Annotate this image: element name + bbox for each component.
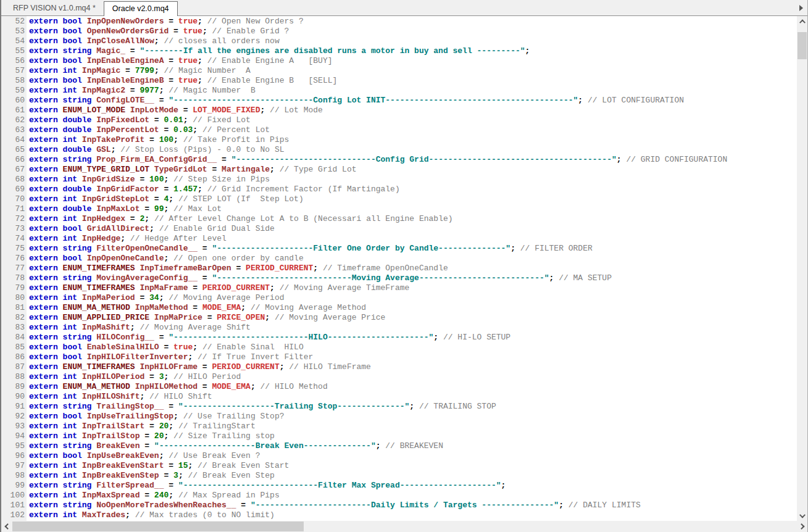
scroll-up-button[interactable] — [797, 16, 807, 27]
line-number: 60 — [1, 96, 27, 106]
code-text: extern int InpBreakEvenStep = 3; // Brea… — [27, 471, 275, 481]
code-line: 54extern bool InpCloseAllNow; // closes … — [1, 36, 797, 46]
code-text: extern int InpTrailStop = 20; // Size Tr… — [27, 431, 275, 441]
code-line: 76extern bool InpOpenOneCandle; // Open … — [1, 254, 797, 264]
code-line: 70extern int InpGridStepLot = 4; // STEP… — [1, 194, 797, 204]
code-line: 72extern int InpHedgex = 2; // After Lev… — [1, 214, 797, 224]
line-number: 84 — [1, 333, 27, 343]
code-line: 55extern string Magic_ = "--------If all… — [1, 46, 797, 56]
code-text: extern ENUM_TIMEFRAMES InpMaFrame = PERI… — [27, 283, 409, 293]
line-number: 70 — [1, 194, 27, 204]
code-line: 60extern string ConfigLOTE__ = "--------… — [1, 96, 797, 106]
code-line: 95extern string BreakEven = "-----------… — [1, 441, 797, 451]
code-editor-window: RFP VISION v1.0.mq4 * Oracle v2.0.mq4 52… — [0, 0, 808, 532]
tab-rfp-vision[interactable]: RFP VISION v1.0.mq4 * — [5, 2, 104, 15]
code-text: extern double InpGridFactor = 1.457; // … — [27, 185, 400, 194]
code-line: 52extern bool InpOpenNewOrders = true; /… — [1, 17, 797, 27]
line-number: 64 — [1, 135, 27, 145]
line-number: 71 — [1, 204, 27, 214]
code-text: extern int InpBreakEvenStart = 15; // Br… — [27, 461, 289, 471]
code-line: 66extern string Prop_Firm_EA_ConfigGrid_… — [1, 155, 797, 165]
line-number: 91 — [1, 402, 27, 412]
line-number: 68 — [1, 175, 27, 185]
code-line: 81extern ENUM_MA_METHOD InpMaMethod = MO… — [1, 303, 797, 313]
line-number: 82 — [1, 313, 27, 323]
code-text: extern int InpMaxSpread = 240; // Max Sp… — [27, 491, 280, 501]
code-line: 73extern bool GridAllDirect; // Enable G… — [1, 224, 797, 234]
code-line: 93extern int InpTrailStart = 20; // Trai… — [1, 422, 797, 431]
code-line: 82extern ENUM_APPLIED_PRICE InpMaPrice =… — [1, 313, 797, 323]
line-number: 76 — [1, 254, 27, 264]
code-line: 84extern string HILOConfig__ = "--------… — [1, 333, 797, 343]
line-number: 75 — [1, 244, 27, 254]
tab-oracle[interactable]: Oracle v2.0.mq4 — [104, 1, 178, 16]
line-number: 83 — [1, 323, 27, 333]
code-line: 78extern string MovingAverageConfig__ = … — [1, 273, 797, 283]
line-number: 90 — [1, 392, 27, 402]
chevron-left-icon — [4, 523, 10, 530]
scroll-right-button[interactable] — [797, 521, 807, 532]
line-number: 96 — [1, 451, 27, 461]
code-text: extern int InpGridStepLot = 4; // STEP L… — [27, 194, 304, 204]
code-line: 85extern bool EnableSinalHILO = true; //… — [1, 343, 797, 352]
code-editor[interactable]: 52extern bool InpOpenNewOrders = true; /… — [1, 16, 797, 521]
line-number: 94 — [1, 431, 27, 441]
code-text: extern string NoOpenMoreTradesWhenReache… — [27, 501, 641, 510]
code-line: 101extern string NoOpenMoreTradesWhenRea… — [1, 501, 797, 510]
code-line: 75extern string FilterOpenOneCandle__ = … — [1, 244, 797, 254]
code-text: extern bool InpUseTrailingStop; // Use T… — [27, 412, 285, 422]
code-text: extern ENUM_MA_METHOD InpHILOMethod = MO… — [27, 382, 328, 392]
code-text: extern bool EnableSinalHILO = true; // E… — [27, 343, 304, 352]
code-text: extern bool InpOpenNewOrders = true; // … — [27, 17, 304, 27]
code-text: extern string FilterOpenOneCandle__ = "-… — [27, 244, 593, 254]
line-number: 74 — [1, 234, 27, 244]
line-number: 97 — [1, 461, 27, 471]
line-number: 62 — [1, 115, 27, 125]
code-line: 79extern ENUM_TIMEFRAMES InpMaFrame = PE… — [1, 283, 797, 293]
horizontal-scrollbar-thumb[interactable] — [12, 522, 304, 531]
code-line: 99extern string FilterSpread__ = "------… — [1, 481, 797, 491]
line-number: 77 — [1, 264, 27, 273]
code-text: extern ENUM_TIMEFRAMES InpTimeframeBarOp… — [27, 264, 448, 273]
code-text: extern int InpHedgex = 2; // After Level… — [27, 214, 453, 224]
code-text: extern double GSL; // Stop Loss (Pips) -… — [27, 145, 284, 155]
code-text: extern bool InpCloseAllNow; // closes al… — [27, 36, 280, 46]
horizontal-scrollbar[interactable] — [1, 521, 807, 532]
code-line: 71extern double InpMaxLot = 99; // Max L… — [1, 204, 797, 214]
tab-overflow-icon[interactable] — [799, 5, 803, 11]
code-text: extern int InpMaPeriod = 34; // Moving A… — [27, 293, 285, 303]
code-text: extern int InpHILOShift; // HILO Shift — [27, 392, 212, 402]
code-text: extern string FilterSpread__ = "--------… — [27, 481, 506, 491]
line-number: 98 — [1, 471, 27, 481]
code-line: 61extern ENUM_LOT_MODE InpLotMode = LOT_… — [1, 106, 797, 115]
code-lines: 52extern bool InpOpenNewOrders = true; /… — [1, 16, 797, 520]
chevron-up-icon — [799, 19, 806, 25]
vertical-scrollbar[interactable] — [797, 16, 807, 521]
code-text: extern double InpFixedLot = 0.01; // Fix… — [27, 115, 251, 125]
scroll-left-button[interactable] — [1, 521, 12, 532]
code-text: extern int InpMagic2 = 9977; // Magic Nu… — [27, 86, 256, 96]
code-text: extern int InpMagic = 7799; // Magic Num… — [27, 66, 251, 76]
line-number: 66 — [1, 155, 27, 165]
line-number: 89 — [1, 382, 27, 392]
code-text: extern string BreakEven = "-------------… — [27, 441, 443, 451]
code-line: 68extern int InpGridSize = 100; // Step … — [1, 175, 797, 185]
line-number: 55 — [1, 46, 27, 56]
line-number: 93 — [1, 422, 27, 431]
line-number: 57 — [1, 66, 27, 76]
vertical-scrollbar-thumb[interactable] — [798, 32, 807, 59]
line-number: 53 — [1, 27, 27, 36]
code-line: 77extern ENUM_TIMEFRAMES InpTimeframeBar… — [1, 264, 797, 273]
code-text: extern string Magic_ = "--------If all t… — [27, 46, 530, 56]
code-text: extern bool InpEnableEngineA = true; // … — [27, 56, 333, 66]
code-line: 88extern int InpHILOPeriod = 3; // HILO … — [1, 372, 797, 382]
scroll-down-button[interactable] — [797, 510, 807, 521]
tab-bar: RFP VISION v1.0.mq4 * Oracle v2.0.mq4 — [1, 0, 807, 16]
code-line: 90extern int InpHILOShift; // HILO Shift — [1, 392, 797, 402]
line-number: 63 — [1, 125, 27, 135]
code-line: 56extern bool InpEnableEngineA = true; /… — [1, 56, 797, 66]
line-number: 88 — [1, 372, 27, 382]
code-text: extern bool GridAllDirect; // Enable Gri… — [27, 224, 275, 234]
line-number: 52 — [1, 17, 27, 27]
code-text: extern bool InpOpenOneCandle; // Open on… — [27, 254, 304, 264]
